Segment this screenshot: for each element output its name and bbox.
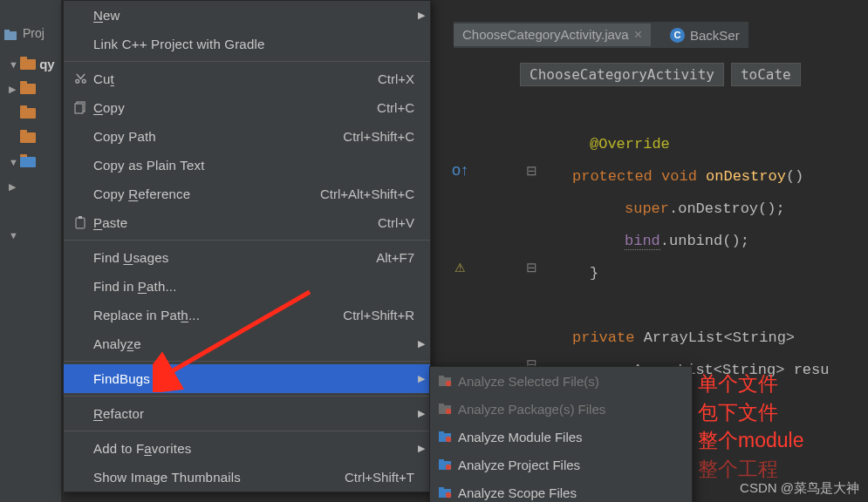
menu-item[interactable]: Copy PathCtrl+Shift+C bbox=[64, 122, 430, 151]
annotation-text: 整个module bbox=[698, 427, 803, 454]
submenu-item: Analyze Selected File(s) bbox=[430, 367, 692, 395]
watermark: CSDN @菜鸟是大神 bbox=[740, 480, 859, 497]
annotation-text: 包下文件 bbox=[698, 399, 778, 426]
submenu-item[interactable]: Analyze Project Files bbox=[430, 451, 692, 478]
menu-item-label: FindBugs bbox=[93, 371, 414, 386]
tree-root-row[interactable]: ▼ qy bbox=[9, 52, 55, 77]
shortcut-label: Ctrl+C bbox=[377, 100, 414, 115]
tree-row[interactable] bbox=[9, 101, 55, 126]
tree-root-label: qy bbox=[39, 52, 55, 77]
submenu-item[interactable]: Analyze Module Files bbox=[430, 423, 692, 451]
menu-item[interactable]: Replace in Path...Ctrl+Shift+R bbox=[64, 301, 430, 329]
submenu-item-label: Analyze Project Files bbox=[458, 458, 580, 472]
pkg-icon bbox=[435, 403, 455, 415]
svg-point-8 bbox=[446, 381, 451, 386]
svg-point-17 bbox=[446, 465, 451, 470]
menu-item[interactable]: Copy ReferenceCtrl+Alt+Shift+C bbox=[64, 180, 430, 208]
project-tab-label: Proj bbox=[23, 26, 44, 40]
svg-rect-10 bbox=[439, 404, 444, 406]
submenu-item-label: Analyze Package(s) Files bbox=[458, 402, 605, 417]
menu-item-label: Find in Path... bbox=[93, 279, 414, 294]
tree-row[interactable]: ▶ bbox=[9, 174, 55, 199]
menu-item-label: Copy Reference bbox=[93, 187, 320, 201]
editor-tabs: ChooseCategoryActivity.java× C BackSer bbox=[454, 22, 748, 48]
folder-icon bbox=[20, 132, 36, 143]
project-tab[interactable]: Proj bbox=[4, 26, 44, 40]
shortcut-label: Ctrl+Alt+Shift+C bbox=[320, 187, 414, 201]
copy-icon bbox=[71, 101, 90, 114]
submenu-arrow-icon: ▶ bbox=[418, 338, 425, 349]
submenu-arrow-icon: ▶ bbox=[418, 373, 425, 384]
svg-point-11 bbox=[446, 409, 451, 414]
menu-item[interactable]: CutCtrl+X bbox=[64, 64, 430, 93]
close-icon[interactable]: × bbox=[634, 27, 642, 42]
tab-label: ChooseCategoryActivity.java bbox=[462, 27, 629, 42]
svg-point-20 bbox=[446, 492, 451, 498]
code-annotation: @Override bbox=[590, 136, 670, 153]
menu-item-label: Copy bbox=[93, 100, 377, 115]
menu-item-label: Show Image Thumbnails bbox=[93, 470, 345, 485]
menu-item[interactable]: Add to Favorites▶ bbox=[64, 434, 430, 463]
submenu-item-label: Analyze Selected File(s) bbox=[458, 374, 599, 389]
folder-icon bbox=[20, 84, 36, 94]
shortcut-label: Ctrl+X bbox=[378, 71, 414, 86]
menu-item-label: Refactor bbox=[93, 406, 414, 421]
module-icon bbox=[435, 431, 455, 443]
warning-icon[interactable]: ⚠ bbox=[452, 251, 468, 283]
menu-item-label: Find Usages bbox=[93, 250, 376, 265]
menu-item-label: Add to Favorites bbox=[93, 441, 414, 456]
menu-item-label: New bbox=[93, 8, 414, 23]
menu-item-label: Copy Path bbox=[93, 129, 343, 144]
file-icon bbox=[435, 375, 455, 387]
menu-item[interactable]: New▶ bbox=[64, 1, 430, 30]
code-editor[interactable]: @Override protected void onDestroy() sup… bbox=[520, 96, 829, 386]
tree-row[interactable] bbox=[9, 126, 55, 150]
menu-item[interactable]: Find UsagesAlt+F7 bbox=[64, 243, 430, 272]
svg-rect-7 bbox=[439, 376, 444, 378]
svg-rect-1 bbox=[4, 30, 10, 33]
submenu-item-label: Analyze Scope Files bbox=[458, 485, 577, 500]
shortcut-label: Ctrl+Shift+C bbox=[343, 129, 414, 144]
project-pane: Proj ▼ qy ▶ ▼ ▶ ▼ bbox=[0, 0, 61, 502]
override-icon[interactable]: o↑ bbox=[452, 154, 468, 187]
menu-item[interactable]: FindBugs▶ bbox=[64, 364, 430, 393]
scope-icon bbox=[435, 486, 455, 499]
menu-item-label: Paste bbox=[93, 215, 378, 230]
menu-item[interactable]: Refactor▶ bbox=[64, 399, 430, 428]
menu-item-label: Replace in Path... bbox=[93, 308, 343, 322]
class-icon: C bbox=[670, 28, 685, 43]
tree-row[interactable]: ▼ bbox=[9, 223, 55, 248]
breadcrumb: ChooseCategoryActivity toCate bbox=[520, 63, 801, 86]
shortcut-label: Alt+F7 bbox=[376, 250, 414, 265]
tree-row[interactable]: ▼ bbox=[9, 150, 55, 174]
breadcrumb-item[interactable]: ChooseCategoryActivity bbox=[520, 63, 724, 86]
menu-item[interactable]: Link C++ Project with Gradle bbox=[64, 30, 430, 58]
menu-item[interactable]: Find in Path... bbox=[64, 272, 430, 301]
menu-item[interactable]: CopyCtrl+C bbox=[64, 93, 430, 122]
project-icon bbox=[435, 458, 455, 471]
menu-item-label: Link C++ Project with Gradle bbox=[93, 37, 414, 51]
svg-rect-16 bbox=[439, 459, 444, 462]
project-tree[interactable]: ▼ qy ▶ ▼ ▶ ▼ bbox=[9, 52, 55, 248]
findbugs-submenu: Analyze Selected File(s)Analyze Package(… bbox=[429, 366, 693, 502]
submenu-item: Analyze Package(s) Files bbox=[430, 395, 692, 423]
tree-row[interactable] bbox=[9, 199, 55, 223]
menu-item[interactable]: Copy as Plain Text bbox=[64, 151, 430, 180]
editor-tab[interactable]: ChooseCategoryActivity.java× bbox=[454, 24, 651, 46]
breadcrumb-item[interactable]: toCate bbox=[731, 63, 801, 86]
paste-icon bbox=[71, 216, 90, 229]
menu-item[interactable]: Analyze▶ bbox=[64, 329, 430, 358]
folder-icon bbox=[20, 108, 36, 119]
editor-tab[interactable]: C BackSer bbox=[661, 24, 748, 46]
svg-rect-13 bbox=[439, 431, 444, 434]
submenu-item-label: Analyze Module Files bbox=[458, 430, 583, 444]
annotation-text: 单个文件 bbox=[698, 370, 778, 397]
tree-row[interactable]: ▶ bbox=[9, 77, 55, 101]
submenu-item[interactable]: Analyze Scope Files bbox=[430, 478, 692, 502]
gutter: o↑ ⚠ bbox=[452, 122, 468, 283]
cut-icon bbox=[71, 72, 90, 85]
menu-item[interactable]: PasteCtrl+V bbox=[64, 208, 430, 237]
folder-icon bbox=[20, 59, 36, 70]
submenu-arrow-icon: ▶ bbox=[418, 408, 425, 419]
menu-item[interactable]: Show Image ThumbnailsCtrl+Shift+T bbox=[64, 463, 430, 492]
